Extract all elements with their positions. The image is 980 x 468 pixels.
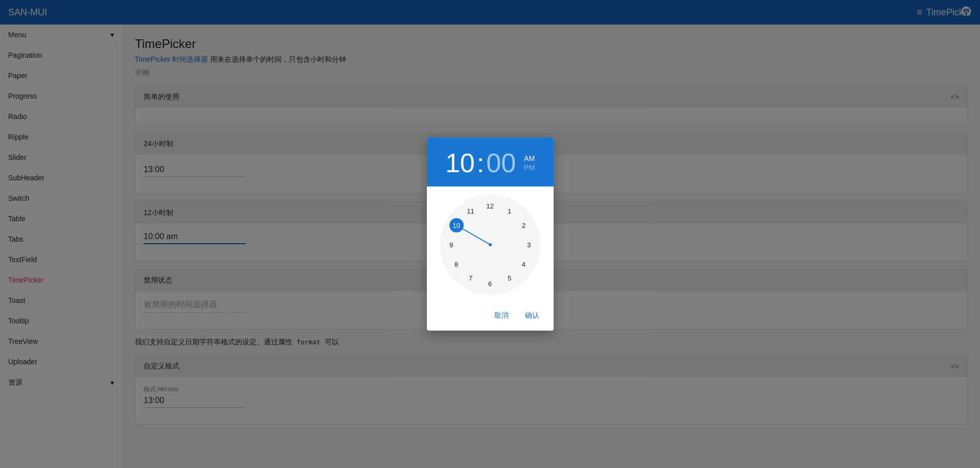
timepicker-time: 10 : 00 [445, 148, 516, 178]
confirm-button[interactable]: 确认 [519, 307, 545, 324]
clock-container: 121234567891011 [427, 186, 554, 303]
time-hour[interactable]: 10 [445, 148, 475, 178]
svg-point-1 [489, 243, 492, 246]
clock-circle: 121234567891011 [440, 195, 540, 295]
clock-number-8[interactable]: 8 [449, 257, 464, 271]
clock-number-4[interactable]: 4 [516, 257, 531, 271]
dialog-actions: 取消 确认 [427, 303, 554, 331]
timepicker-header: 10 : 00 AM PM [427, 137, 554, 186]
time-colon: : [477, 148, 484, 178]
clock-number-3[interactable]: 3 [522, 238, 536, 252]
clock-number-10[interactable]: 10 [449, 218, 464, 232]
clock-number-2[interactable]: 2 [516, 218, 531, 232]
cancel-button[interactable]: 取消 [488, 307, 515, 324]
clock-number-9[interactable]: 9 [444, 238, 459, 252]
am-label[interactable]: AM [524, 154, 535, 162]
clock-number-5[interactable]: 5 [503, 271, 517, 286]
clock-number-12[interactable]: 12 [483, 199, 497, 213]
pm-label[interactable]: PM [524, 163, 535, 172]
overlay[interactable]: 10 : 00 AM PM 121234567891011 取消 确认 [0, 0, 980, 468]
time-minute[interactable]: 00 [486, 148, 516, 178]
clock-face[interactable]: 121234567891011 [440, 195, 540, 295]
clock-number-7[interactable]: 7 [464, 271, 478, 286]
svg-line-0 [461, 228, 490, 245]
clock-number-11[interactable]: 11 [464, 204, 478, 218]
clock-number-6[interactable]: 6 [483, 276, 497, 291]
clock-number-1[interactable]: 1 [503, 204, 517, 218]
timepicker-dialog: 10 : 00 AM PM 121234567891011 取消 确认 [427, 137, 554, 331]
time-ampm: AM PM [524, 154, 535, 172]
